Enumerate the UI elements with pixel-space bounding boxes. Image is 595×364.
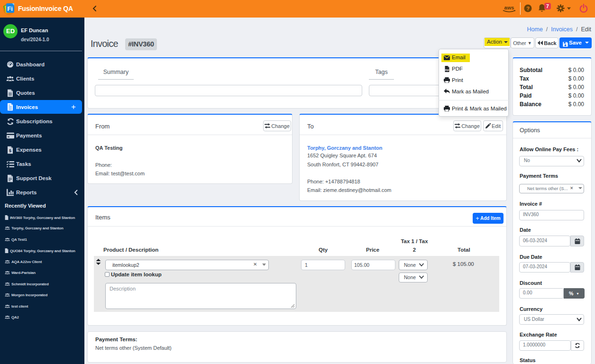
svg-text:PDF: PDF xyxy=(445,69,449,72)
svg-text:?: ? xyxy=(526,6,530,11)
svg-text:$: $ xyxy=(9,148,11,153)
svg-text:Fi: Fi xyxy=(7,5,13,12)
svg-text:aws: aws xyxy=(504,5,514,10)
